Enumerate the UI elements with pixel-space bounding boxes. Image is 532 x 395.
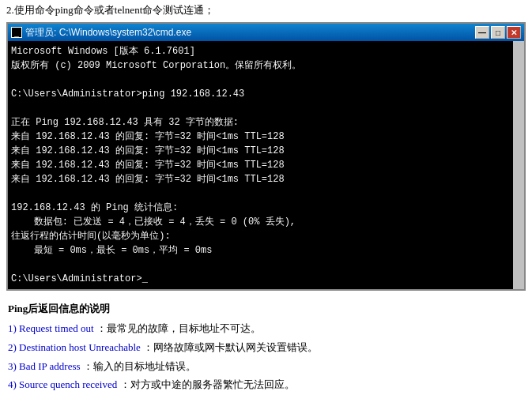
cmd-scrollbar[interactable] — [513, 41, 524, 289]
cmd-window-buttons: — □ ✕ — [475, 26, 521, 39]
cmd-line-8: 来自 192.168.12.43 的回复: 字节=32 时间<1ms TTL=1… — [11, 144, 521, 158]
cmd-line-7: 来自 192.168.12.43 的回复: 字节=32 时间<1ms TTL=1… — [11, 130, 521, 144]
cmd-line-5 — [11, 101, 521, 115]
ping-info-title: Ping后返回信息的说明 — [8, 302, 524, 316]
cmd-line-4: C:\Users\Administrator>ping 192.168.12.4… — [11, 87, 521, 101]
ping-item-3-label: 3) Bad IP address — [8, 360, 81, 372]
cmd-line-3 — [11, 73, 521, 87]
ping-item-3: 3) Bad IP address ：输入的目标地址错误。 — [8, 359, 524, 375]
instruction-text: 2.使用命令ping命令或者telnent命令测试连通； — [0, 0, 532, 22]
cmd-line-2: 版权所有 (c) 2009 Microsoft Corporation。保留所有… — [11, 58, 521, 73]
cmd-line-13: 数据包: 已发送 = 4，已接收 = 4，丢失 = 0 (0% 丢失), — [11, 215, 521, 229]
cmd-line-9: 来自 192.168.12.43 的回复: 字节=32 时间<1ms TTL=1… — [11, 158, 521, 172]
ping-item-1: 1) Request timed out ：最常见的故障，目标地址不可达。 — [8, 321, 524, 337]
ping-item-2-desc: ：网络故障或网卡默认网关设置错误。 — [143, 341, 318, 353]
cmd-body: Microsoft Windows [版本 6.1.7601] 版权所有 (c)… — [8, 41, 524, 289]
cmd-line-16 — [11, 258, 521, 272]
cmd-line-12: 192.168.12.43 的 Ping 统计信息: — [11, 201, 521, 215]
ping-item-1-desc: ：最常见的故障，目标地址不可达。 — [96, 322, 261, 334]
cmd-line-14: 往返行程的估计时间(以毫秒为单位): — [11, 229, 521, 243]
cmd-line-11 — [11, 186, 521, 201]
cmd-line-17: C:\Users\Administrator>_ — [11, 272, 521, 286]
cmd-title: 管理员: C:\Windows\system32\cmd.exe — [25, 26, 191, 40]
ping-item-2: 2) Destination host Unreachable ：网络故障或网卡… — [8, 340, 524, 356]
ping-item-4-label: 4) Source quench received — [8, 378, 117, 390]
maximize-button[interactable]: □ — [491, 26, 505, 39]
cmd-titlebar: 管理员: C:\Windows\system32\cmd.exe — □ ✕ — [8, 24, 524, 41]
cmd-window: 管理员: C:\Windows\system32\cmd.exe — □ ✕ M… — [6, 22, 526, 291]
close-button[interactable]: ✕ — [507, 26, 521, 39]
ping-item-4: 4) Source quench received ：对方或中途的服务器繁忙无法… — [8, 377, 524, 393]
ping-item-2-label: 2) Destination host Unreachable — [8, 341, 141, 353]
minimize-button[interactable]: — — [475, 26, 489, 39]
cmd-line-1: Microsoft Windows [版本 6.1.7601] — [11, 44, 521, 58]
ping-info-section: Ping后返回信息的说明 1) Request timed out ：最常见的故… — [0, 297, 532, 395]
cmd-line-6: 正在 Ping 192.168.12.43 具有 32 字节的数据: — [11, 115, 521, 130]
cmd-line-15: 最短 = 0ms，最长 = 0ms，平均 = 0ms — [11, 243, 521, 258]
cmd-app-icon — [11, 27, 22, 38]
cmd-line-10: 来自 192.168.12.43 的回复: 字节=32 时间<1ms TTL=1… — [11, 172, 521, 186]
ping-item-4-desc: ：对方或中途的服务器繁忙无法回应。 — [120, 378, 295, 390]
ping-item-3-desc: ：输入的目标地址错误。 — [83, 360, 196, 372]
ping-item-1-label: 1) Request timed out — [8, 322, 94, 334]
cmd-titlebar-left: 管理员: C:\Windows\system32\cmd.exe — [11, 26, 191, 40]
